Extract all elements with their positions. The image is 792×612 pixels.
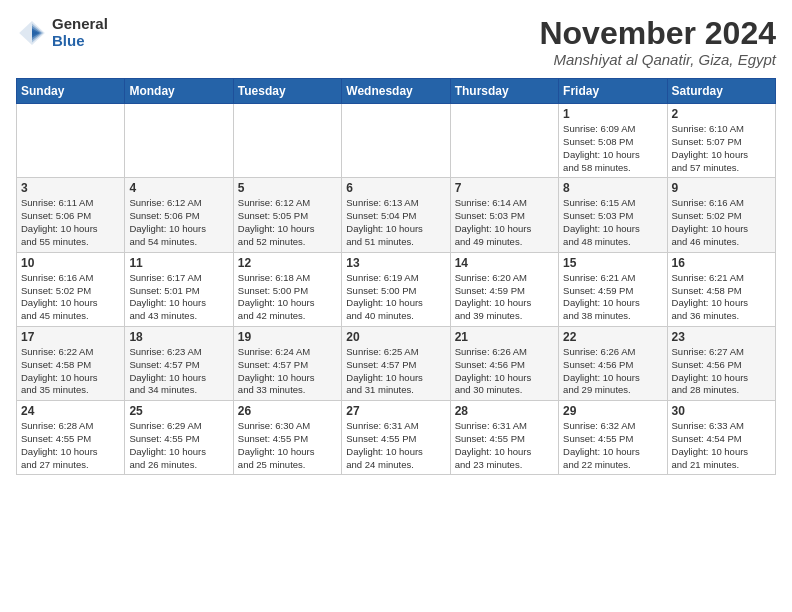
day-info: Sunrise: 6:12 AM Sunset: 5:05 PM Dayligh… (238, 197, 337, 248)
day-cell: 21Sunrise: 6:26 AM Sunset: 4:56 PM Dayli… (450, 326, 558, 400)
day-cell: 28Sunrise: 6:31 AM Sunset: 4:55 PM Dayli… (450, 401, 558, 475)
day-cell: 6Sunrise: 6:13 AM Sunset: 5:04 PM Daylig… (342, 178, 450, 252)
week-row-5: 24Sunrise: 6:28 AM Sunset: 4:55 PM Dayli… (17, 401, 776, 475)
day-number: 22 (563, 330, 662, 344)
day-cell (125, 104, 233, 178)
calendar-table: SundayMondayTuesdayWednesdayThursdayFrid… (16, 78, 776, 475)
day-cell: 9Sunrise: 6:16 AM Sunset: 5:02 PM Daylig… (667, 178, 775, 252)
day-cell (17, 104, 125, 178)
day-info: Sunrise: 6:21 AM Sunset: 4:59 PM Dayligh… (563, 272, 662, 323)
day-cell: 25Sunrise: 6:29 AM Sunset: 4:55 PM Dayli… (125, 401, 233, 475)
day-info: Sunrise: 6:25 AM Sunset: 4:57 PM Dayligh… (346, 346, 445, 397)
day-cell: 23Sunrise: 6:27 AM Sunset: 4:56 PM Dayli… (667, 326, 775, 400)
month-title: November 2024 (539, 16, 776, 51)
day-number: 5 (238, 181, 337, 195)
day-number: 10 (21, 256, 120, 270)
day-info: Sunrise: 6:16 AM Sunset: 5:02 PM Dayligh… (672, 197, 771, 248)
day-info: Sunrise: 6:28 AM Sunset: 4:55 PM Dayligh… (21, 420, 120, 471)
day-number: 6 (346, 181, 445, 195)
week-row-2: 3Sunrise: 6:11 AM Sunset: 5:06 PM Daylig… (17, 178, 776, 252)
page: General Blue November 2024 Manshiyat al … (0, 0, 792, 612)
day-cell: 7Sunrise: 6:14 AM Sunset: 5:03 PM Daylig… (450, 178, 558, 252)
day-cell: 5Sunrise: 6:12 AM Sunset: 5:05 PM Daylig… (233, 178, 341, 252)
day-info: Sunrise: 6:22 AM Sunset: 4:58 PM Dayligh… (21, 346, 120, 397)
day-info: Sunrise: 6:14 AM Sunset: 5:03 PM Dayligh… (455, 197, 554, 248)
day-info: Sunrise: 6:26 AM Sunset: 4:56 PM Dayligh… (563, 346, 662, 397)
day-number: 30 (672, 404, 771, 418)
day-cell: 24Sunrise: 6:28 AM Sunset: 4:55 PM Dayli… (17, 401, 125, 475)
day-cell: 11Sunrise: 6:17 AM Sunset: 5:01 PM Dayli… (125, 252, 233, 326)
day-cell: 10Sunrise: 6:16 AM Sunset: 5:02 PM Dayli… (17, 252, 125, 326)
week-row-4: 17Sunrise: 6:22 AM Sunset: 4:58 PM Dayli… (17, 326, 776, 400)
day-cell: 18Sunrise: 6:23 AM Sunset: 4:57 PM Dayli… (125, 326, 233, 400)
day-number: 24 (21, 404, 120, 418)
header: General Blue November 2024 Manshiyat al … (16, 16, 776, 68)
day-info: Sunrise: 6:26 AM Sunset: 4:56 PM Dayligh… (455, 346, 554, 397)
weekday-header-monday: Monday (125, 79, 233, 104)
day-cell: 19Sunrise: 6:24 AM Sunset: 4:57 PM Dayli… (233, 326, 341, 400)
day-number: 14 (455, 256, 554, 270)
weekday-header-friday: Friday (559, 79, 667, 104)
weekday-header-thursday: Thursday (450, 79, 558, 104)
day-cell: 16Sunrise: 6:21 AM Sunset: 4:58 PM Dayli… (667, 252, 775, 326)
day-info: Sunrise: 6:24 AM Sunset: 4:57 PM Dayligh… (238, 346, 337, 397)
logo-text: General Blue (52, 16, 108, 49)
day-info: Sunrise: 6:31 AM Sunset: 4:55 PM Dayligh… (346, 420, 445, 471)
day-number: 20 (346, 330, 445, 344)
day-cell: 22Sunrise: 6:26 AM Sunset: 4:56 PM Dayli… (559, 326, 667, 400)
day-info: Sunrise: 6:21 AM Sunset: 4:58 PM Dayligh… (672, 272, 771, 323)
day-cell: 30Sunrise: 6:33 AM Sunset: 4:54 PM Dayli… (667, 401, 775, 475)
logo-general-text: General (52, 16, 108, 33)
week-row-3: 10Sunrise: 6:16 AM Sunset: 5:02 PM Dayli… (17, 252, 776, 326)
day-number: 29 (563, 404, 662, 418)
day-number: 25 (129, 404, 228, 418)
weekday-header-tuesday: Tuesday (233, 79, 341, 104)
day-number: 28 (455, 404, 554, 418)
day-cell: 20Sunrise: 6:25 AM Sunset: 4:57 PM Dayli… (342, 326, 450, 400)
day-info: Sunrise: 6:23 AM Sunset: 4:57 PM Dayligh… (129, 346, 228, 397)
day-cell: 14Sunrise: 6:20 AM Sunset: 4:59 PM Dayli… (450, 252, 558, 326)
day-number: 18 (129, 330, 228, 344)
day-number: 9 (672, 181, 771, 195)
day-number: 13 (346, 256, 445, 270)
day-info: Sunrise: 6:17 AM Sunset: 5:01 PM Dayligh… (129, 272, 228, 323)
title-block: November 2024 Manshiyat al Qanatir, Giza… (539, 16, 776, 68)
day-info: Sunrise: 6:31 AM Sunset: 4:55 PM Dayligh… (455, 420, 554, 471)
weekday-header-row: SundayMondayTuesdayWednesdayThursdayFrid… (17, 79, 776, 104)
day-cell: 13Sunrise: 6:19 AM Sunset: 5:00 PM Dayli… (342, 252, 450, 326)
day-info: Sunrise: 6:12 AM Sunset: 5:06 PM Dayligh… (129, 197, 228, 248)
logo-blue-text: Blue (52, 33, 108, 50)
day-info: Sunrise: 6:13 AM Sunset: 5:04 PM Dayligh… (346, 197, 445, 248)
weekday-header-wednesday: Wednesday (342, 79, 450, 104)
week-row-1: 1Sunrise: 6:09 AM Sunset: 5:08 PM Daylig… (17, 104, 776, 178)
day-info: Sunrise: 6:29 AM Sunset: 4:55 PM Dayligh… (129, 420, 228, 471)
day-cell: 29Sunrise: 6:32 AM Sunset: 4:55 PM Dayli… (559, 401, 667, 475)
day-number: 8 (563, 181, 662, 195)
day-number: 19 (238, 330, 337, 344)
logo-icon (16, 17, 48, 49)
day-number: 26 (238, 404, 337, 418)
day-cell: 26Sunrise: 6:30 AM Sunset: 4:55 PM Dayli… (233, 401, 341, 475)
day-number: 2 (672, 107, 771, 121)
day-number: 27 (346, 404, 445, 418)
day-info: Sunrise: 6:27 AM Sunset: 4:56 PM Dayligh… (672, 346, 771, 397)
day-cell: 1Sunrise: 6:09 AM Sunset: 5:08 PM Daylig… (559, 104, 667, 178)
day-number: 4 (129, 181, 228, 195)
day-cell (233, 104, 341, 178)
day-number: 1 (563, 107, 662, 121)
day-info: Sunrise: 6:32 AM Sunset: 4:55 PM Dayligh… (563, 420, 662, 471)
day-info: Sunrise: 6:16 AM Sunset: 5:02 PM Dayligh… (21, 272, 120, 323)
day-info: Sunrise: 6:10 AM Sunset: 5:07 PM Dayligh… (672, 123, 771, 174)
day-number: 17 (21, 330, 120, 344)
day-number: 23 (672, 330, 771, 344)
day-info: Sunrise: 6:11 AM Sunset: 5:06 PM Dayligh… (21, 197, 120, 248)
day-number: 3 (21, 181, 120, 195)
day-number: 12 (238, 256, 337, 270)
day-number: 11 (129, 256, 228, 270)
day-cell: 27Sunrise: 6:31 AM Sunset: 4:55 PM Dayli… (342, 401, 450, 475)
day-cell: 17Sunrise: 6:22 AM Sunset: 4:58 PM Dayli… (17, 326, 125, 400)
day-info: Sunrise: 6:19 AM Sunset: 5:00 PM Dayligh… (346, 272, 445, 323)
logo: General Blue (16, 16, 108, 49)
day-number: 15 (563, 256, 662, 270)
day-info: Sunrise: 6:15 AM Sunset: 5:03 PM Dayligh… (563, 197, 662, 248)
